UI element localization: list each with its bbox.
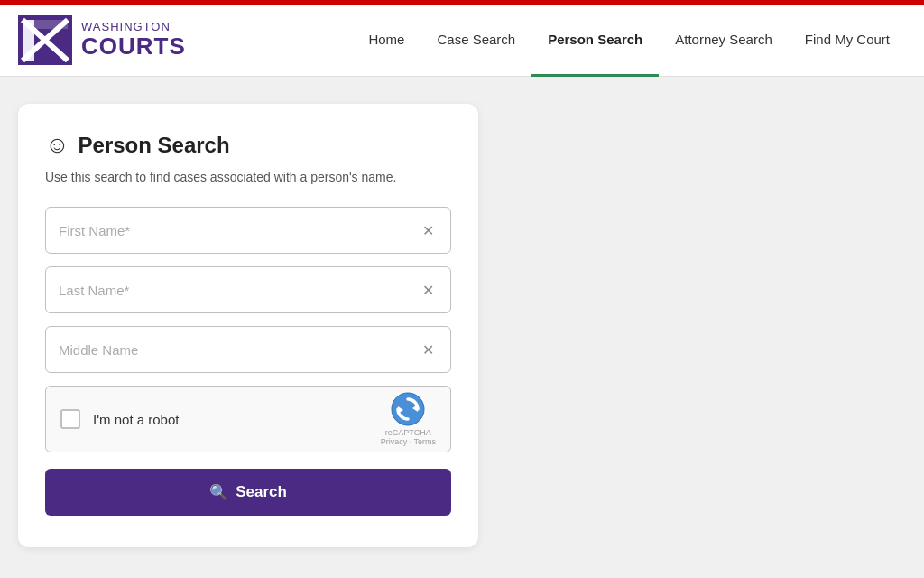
logo-icon: [18, 15, 72, 65]
last-name-input[interactable]: [59, 283, 419, 298]
captcha-brand-text: reCAPTCHA Privacy · Terms: [381, 428, 436, 446]
middle-name-clear-icon[interactable]: ✕: [419, 338, 438, 362]
search-button-label: Search: [236, 483, 287, 501]
middle-name-input[interactable]: [59, 342, 419, 358]
search-card: ☺ Person Search Use this search to find …: [18, 104, 478, 547]
card-title: Person Search: [79, 133, 230, 158]
nav-item-attorney-search[interactable]: Attorney Search: [659, 5, 789, 77]
last-name-clear-icon[interactable]: ✕: [419, 278, 438, 303]
captcha-checkbox[interactable]: [60, 409, 80, 429]
main-nav: Home Case Search Person Search Attorney …: [352, 5, 906, 76]
header: WASHINGTON COURTS Home Case Search Perso…: [0, 5, 924, 77]
card-description: Use this search to find cases associated…: [45, 168, 451, 187]
logo-washington-text: WASHINGTON: [81, 21, 186, 33]
search-button[interactable]: 🔍 Search: [45, 469, 451, 516]
search-button-icon: 🔍: [209, 483, 228, 502]
nav-item-case-search[interactable]: Case Search: [420, 5, 531, 77]
card-title-row: ☺ Person Search: [45, 131, 451, 159]
first-name-clear-icon[interactable]: ✕: [419, 219, 438, 243]
logo-text: WASHINGTON COURTS: [81, 21, 186, 60]
middle-name-field: ✕: [45, 326, 451, 373]
captcha-logo-area: reCAPTCHA Privacy · Terms: [381, 392, 436, 446]
recaptcha-logo-icon: [391, 392, 425, 426]
first-name-input[interactable]: [59, 223, 419, 238]
recaptcha-box: I'm not a robot reCAPTCHA Privacy · Term…: [45, 386, 451, 452]
logo-courts-text: COURTS: [81, 33, 186, 60]
nav-item-person-search[interactable]: Person Search: [531, 5, 659, 77]
nav-item-find-my-court[interactable]: Find My Court: [789, 5, 906, 77]
main-content: ☺ Person Search Use this search to find …: [0, 77, 924, 578]
first-name-field: ✕: [45, 207, 451, 254]
nav-item-home[interactable]: Home: [352, 5, 420, 77]
logo-area: WASHINGTON COURTS: [18, 15, 186, 65]
person-icon: ☺: [45, 131, 69, 159]
captcha-label: I'm not a robot: [93, 412, 381, 427]
last-name-field: ✕: [45, 266, 451, 313]
